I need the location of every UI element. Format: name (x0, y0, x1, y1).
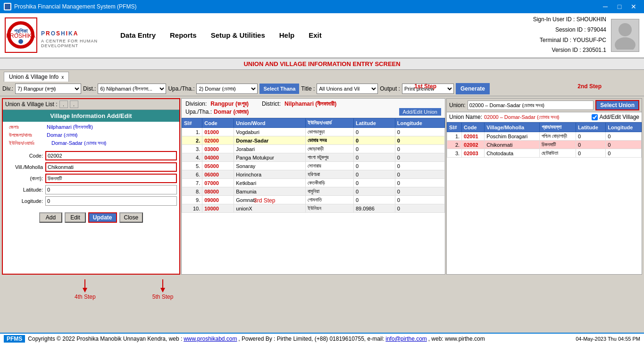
menu-help[interactable]: Help (277, 30, 297, 40)
union-name: Domar-Sadar (234, 136, 306, 145)
add-edit-union-button[interactable]: Add/Edit Union (399, 108, 441, 116)
union-sl: 5. (182, 162, 202, 170)
union-lat: 89.0986 (353, 204, 395, 213)
district-label: District: (262, 101, 281, 107)
step5-arrow (158, 279, 167, 294)
select-thana-button[interactable]: Select Thana (259, 84, 299, 94)
union-table-row[interactable]: 5. 05000 Sonaray সোনারায় 0 0 (182, 162, 445, 170)
update-button[interactable]: Update (88, 212, 117, 223)
generate-button[interactable]: Generate (456, 83, 490, 94)
union-lon: 0 (395, 170, 444, 179)
union-bangla: হরিণচরা (306, 170, 354, 179)
union-table-row[interactable]: 8. 08000 Bamunia বামুনিয়া 0 0 (182, 187, 445, 196)
menu-setup-utilities[interactable]: Setup & Utilities (209, 30, 268, 40)
village-table: Sl# Code Village/Moholla গ্রাম/মহল্লা La… (447, 122, 642, 158)
union-selector-input[interactable] (468, 101, 594, 110)
list-nav-minus[interactable]: . (59, 101, 68, 108)
union-table-row[interactable]: 10. 10000 unionX ইউনিয়ন 89.0986 0 (182, 204, 445, 213)
middle-panel: Division: Rangpur (রংপুর) District: Nilp… (181, 98, 445, 275)
upa-row: Upa./Tha.: Domar (ডোমার) Add/Edit Union (185, 108, 441, 116)
union-table-row[interactable]: 4. 04000 Panga Motukpur পাংগা মটুকপুর 0 … (182, 153, 445, 162)
footer-datetime: 04-May-2023 Thu 04:55 PM (576, 336, 640, 342)
village-table-container[interactable]: Sl# Code Village/Moholla গ্রাম/মহল্লা La… (447, 122, 642, 274)
logo-area: প্রশিকা PROSHIKA PROSHIKA A CENTRE FOR H… (5, 17, 109, 53)
union-lon: 0 (395, 128, 444, 136)
logitude-label: Logitude: (5, 198, 45, 204)
union-name: Bamunia (234, 187, 306, 196)
village-table-row[interactable]: 1. 02001 Poschim Boragari পশ্চিম বোড়াগা… (447, 132, 642, 141)
dist-select[interactable]: 6) Nilphamari (নীলফামা... (98, 84, 166, 94)
union-table-container[interactable]: Sl# Code Union/Word ইউনিয়ন/ওয়ার্ড Lati… (182, 118, 445, 274)
latitude-input[interactable] (45, 185, 177, 194)
union-name: Vogdaburi (234, 128, 306, 136)
steps-section: 4th Step 5th Step (0, 277, 644, 303)
upa-select[interactable]: 2) Domar (ডোমার) (196, 84, 258, 94)
village-info-header: Village Information Add/Edit (3, 110, 179, 122)
step5-label: 5th Step (152, 294, 174, 300)
add-button[interactable]: Add (39, 212, 62, 223)
union-table-row[interactable]: 2. 02000 Domar-Sadar ডোমার সদর 0 0 (182, 136, 445, 145)
code-input[interactable] (45, 151, 177, 160)
union-table-row[interactable]: 7. 07000 Ketkibari কেতকীবাড়ি 0 0 (182, 179, 445, 187)
village-lat: 0 (576, 149, 606, 158)
sign-in-user: Sign-In User ID : SHOUKHIN (533, 15, 606, 25)
union-lat: 0 (353, 187, 395, 196)
union-table-row[interactable]: 6. 06000 Horinchora হরিণচরা 0 0 (182, 170, 445, 179)
close-button[interactable]: Close (119, 212, 143, 223)
union-sl: 4. (182, 153, 202, 162)
village-table-row[interactable]: 3. 02003 Chotodauta ছোটরাউতা 0 0 (447, 149, 642, 158)
logitude-input[interactable] (45, 196, 177, 206)
edit-button[interactable]: Edit (65, 212, 86, 223)
tab-close-icon[interactable]: x (61, 75, 64, 80)
union-name: Ketkibari (234, 179, 306, 187)
dist-label: Dist.: (83, 85, 96, 92)
vcol-village: Village/Moholla (485, 123, 540, 132)
minimize-button[interactable]: ─ (599, 0, 612, 13)
union-lon: 0 (395, 162, 444, 170)
add-edit-village-checkbox[interactable] (592, 114, 598, 120)
village-lat: 0 (576, 132, 606, 141)
div-select[interactable]: 7) Rangpur (রংপুর) (15, 84, 81, 94)
col-bangla: ইউনিয়ন/ওয়ার্ড (306, 118, 354, 128)
menu-area: Data Entry Reports Setup & Utilities Hel… (109, 28, 533, 42)
union-code: 05000 (202, 162, 234, 170)
list-nav-plus[interactable]: . (70, 101, 78, 108)
tagline: A CENTRE FOR HUMAN DEVELOPMENT (41, 39, 109, 48)
union-bangla: জোড়াবাড়ী (306, 145, 354, 153)
union-table-row[interactable]: 3. 03000 Jorabari জোড়াবাড়ী 0 0 (182, 145, 445, 153)
menu-bar: Data Entry Reports Setup & Utilities Hel… (118, 28, 533, 42)
union-table-row[interactable]: 1. 01000 Vogdaburi ভোগডাবুড়া 0 0 (182, 128, 445, 136)
footer-website1[interactable]: www.proshikabd.com (184, 336, 237, 342)
col-lat: Latitude (353, 118, 395, 128)
union-table-row[interactable]: 9. 09000 Gomnati গোমনাতি 0 0 (182, 196, 445, 204)
union-code: 07000 (202, 179, 234, 187)
vill-input[interactable] (45, 162, 177, 172)
menu-data-entry[interactable]: Data Entry (118, 30, 158, 40)
close-button[interactable]: ✕ (627, 0, 640, 13)
select-union-button[interactable]: Select Union (595, 100, 639, 110)
village-table-row[interactable]: 2. 02002 Chikonmati চিকনমাটি 0 0 (447, 141, 642, 149)
village-lon: 0 (606, 141, 642, 149)
village-name: Poschim Boragari (485, 132, 540, 141)
union-village-tab[interactable]: Union & Village Info x (4, 72, 69, 82)
step4-label: 4th Step (75, 294, 96, 300)
menu-reports[interactable]: Reports (167, 30, 199, 40)
union-sl: 3. (182, 145, 202, 153)
svg-point-5 (18, 39, 23, 44)
union-name-value: 02000 – Domar-Sadar (তোমার সদর) (484, 114, 559, 120)
union-sl: 8. (182, 187, 202, 196)
vcol-code: Code (462, 123, 485, 132)
add-edit-village-label[interactable]: Add/Edit Village (592, 114, 639, 120)
logo-text: PROSHIKA A CENTRE FOR HUMAN DEVELOPMENT (41, 23, 109, 48)
village-lon: 0 (606, 149, 642, 158)
bangla-input[interactable] (45, 174, 177, 183)
maximize-button[interactable]: □ (613, 0, 626, 13)
union-code: 09000 (202, 196, 234, 204)
union-sl: 6. (182, 170, 202, 179)
footer-email[interactable]: info@pirthe.com (385, 336, 427, 342)
union-sl: 1. (182, 128, 202, 136)
menu-exit[interactable]: Exit (306, 30, 324, 40)
union-name: Horinchora (234, 170, 306, 179)
title-select[interactable]: All Unions and Vil (317, 84, 378, 94)
svg-rect-0 (5, 4, 10, 9)
